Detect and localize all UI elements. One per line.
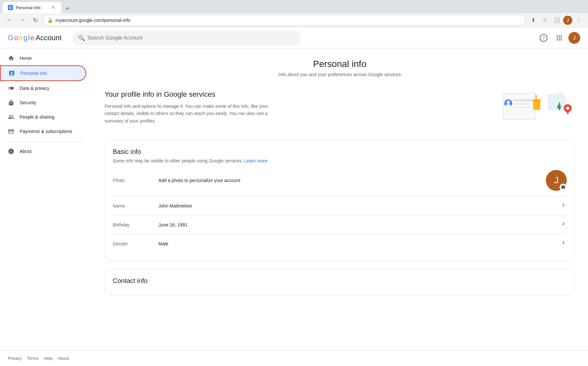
header-avatar[interactable]: J [568, 32, 580, 44]
search-box[interactable]: 🔍 [72, 31, 301, 45]
address-bar[interactable]: 🔒 myaccount.google.com/personal-info [43, 15, 525, 25]
sidebar-item-label-security: Security [20, 100, 36, 105]
browser-tab-active: G Personal info × [3, 2, 61, 13]
footer-about-link[interactable]: About [58, 356, 69, 361]
url-text: myaccount.google.com/personal-info [56, 18, 130, 23]
profile-section-desc: Personal info and options to manage it. … [105, 103, 274, 125]
learn-more-link[interactable]: Learn more [244, 158, 268, 163]
name-value: John Mailmeteor [158, 203, 560, 208]
svg-rect-22 [559, 107, 560, 110]
svg-point-3 [557, 37, 558, 39]
svg-rect-10 [513, 99, 532, 101]
logo-o1: o [14, 34, 18, 42]
svg-point-25 [566, 107, 569, 110]
bookmark-button[interactable]: ☆ [540, 15, 550, 25]
logo-g: G [8, 34, 13, 42]
name-row[interactable]: Name John Mailmeteor [113, 196, 567, 215]
basic-info-subtitle-text: Some info may be visible to other people… [113, 158, 243, 163]
contact-info-title: Contact info [113, 277, 567, 285]
svg-rect-17 [532, 99, 541, 101]
svg-rect-20 [548, 97, 566, 111]
nav-actions: ⬇ ☆ ⬜ J ⋮ [528, 15, 584, 25]
tab-close-button[interactable]: × [50, 5, 56, 10]
gender-value: Male [158, 241, 560, 246]
sidebar-item-payments[interactable]: Payments & subscriptions [0, 124, 86, 139]
photo-row[interactable]: Photo Add a photo to personalize your ac… [113, 165, 567, 196]
person-icon [8, 70, 15, 76]
logo-g2: g [24, 34, 27, 42]
sidebar: Home Personal info Data & privacy Securi… [0, 48, 91, 350]
sidebar-item-about[interactable]: About [0, 144, 86, 158]
avatar-letter: J [554, 175, 559, 186]
user-avatar[interactable]: J [546, 170, 567, 191]
back-button[interactable]: ← [4, 15, 14, 25]
sidebar-item-security[interactable]: Security [0, 95, 86, 110]
svg-point-6 [557, 39, 558, 41]
svg-point-0 [557, 35, 558, 37]
page-content: Personal info Info about you and your pr… [91, 48, 588, 350]
birthday-value: June 16, 1991 [158, 222, 560, 227]
help-icon: ? [540, 34, 547, 42]
browser-nav-bar: ← → ↻ 🔒 myaccount.google.com/personal-in… [0, 13, 588, 27]
photo-value: Add a photo to personalize your account [158, 178, 546, 183]
help-button[interactable]: ? [537, 31, 550, 44]
footer-help-link[interactable]: Help [44, 356, 53, 361]
basic-info-subtitle: Some info may be visible to other people… [113, 158, 567, 163]
download-button[interactable]: ⬇ [528, 15, 538, 25]
header-search: 🔍 [72, 31, 301, 45]
gender-label: Gender [113, 241, 158, 246]
contact-info-card: Contact info [105, 269, 575, 295]
name-chevron-icon [560, 202, 567, 210]
svg-rect-18 [535, 95, 537, 100]
search-input[interactable] [88, 35, 295, 41]
svg-point-15 [506, 104, 511, 108]
header-actions: ? J [537, 31, 580, 44]
forward-button[interactable]: → [17, 15, 27, 25]
apps-button[interactable] [553, 31, 566, 44]
layout-button[interactable]: ⬜ [551, 15, 562, 25]
sidebar-item-home[interactable]: Home [0, 51, 86, 65]
page-header: Personal info Info about you and your pr… [105, 59, 575, 77]
tab-favicon: G [8, 5, 13, 10]
sidebar-item-data-privacy[interactable]: Data & privacy [0, 81, 86, 95]
info-icon [8, 148, 14, 155]
profile-section: Your profile info in Google services Per… [105, 90, 575, 129]
birthday-chevron-icon [560, 221, 567, 229]
sidebar-item-label-payments: Payments & subscriptions [20, 129, 72, 134]
reload-button[interactable]: ↻ [30, 15, 41, 25]
sidebar-item-label-about: About [20, 149, 32, 154]
camera-icon [561, 185, 565, 189]
gender-chevron-icon [560, 240, 567, 248]
camera-badge [560, 184, 567, 191]
browser-tabs: G Personal info × + [3, 0, 72, 13]
gender-row[interactable]: Gender Male [113, 234, 567, 253]
new-tab-button[interactable]: + [63, 4, 72, 13]
logo-l: l [28, 34, 30, 42]
svg-point-7 [559, 39, 560, 41]
footer-terms-link[interactable]: Terms [27, 356, 39, 361]
sidebar-item-people-sharing[interactable]: People & sharing [0, 110, 86, 124]
app: Google Account 🔍 ? J [0, 27, 588, 366]
footer-privacy-link[interactable]: Privacy [8, 356, 22, 361]
svg-point-14 [507, 101, 510, 104]
sidebar-item-label-people-sharing: People & sharing [20, 114, 55, 120]
svg-rect-16 [533, 100, 540, 110]
svg-point-1 [559, 35, 560, 37]
svg-point-2 [561, 35, 562, 37]
svg-point-5 [561, 37, 562, 39]
google-logo: Google Account [8, 34, 62, 42]
logo-e: e [30, 34, 34, 42]
sidebar-divider [8, 141, 84, 141]
birthday-label: Birthday [113, 222, 158, 227]
browser-profile-avatar[interactable]: J [563, 16, 572, 25]
illustration-svg [497, 90, 575, 129]
more-button[interactable]: ⋮ [574, 15, 584, 25]
profile-section-title: Your profile info in Google services [105, 90, 483, 99]
lock-icon [8, 99, 14, 106]
basic-info-title: Basic info [113, 148, 567, 156]
birthday-row[interactable]: Birthday June 16, 1991 [113, 215, 567, 234]
sidebar-item-label-home: Home [20, 56, 32, 61]
home-icon [8, 55, 14, 61]
app-header: Google Account 🔍 ? J [0, 27, 588, 48]
sidebar-item-personal-info[interactable]: Personal info [0, 65, 86, 81]
